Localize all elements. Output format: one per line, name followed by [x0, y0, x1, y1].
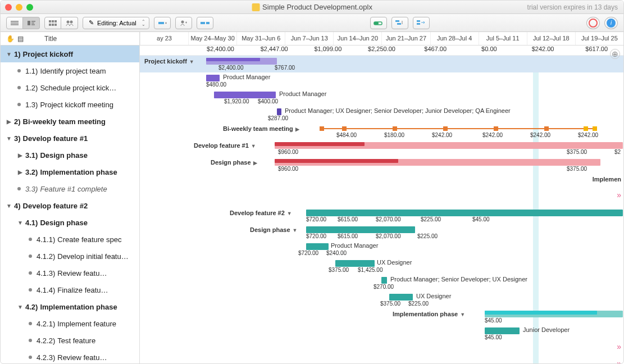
outline-row[interactable]: ▼4.1)Design phase [1, 214, 139, 231]
gantt-row-test[interactable]: » [140, 342, 623, 359]
gantt-cost-header: $2,400.00$2,447.00$1,099.00$2,250.00$467… [140, 46, 623, 56]
minimize-icon[interactable] [16, 4, 22, 11]
gantt-row-feat2-design[interactable]: Design phase▼ $720.00 $615.00 $2,070.00 … [140, 224, 623, 241]
reschedule-button[interactable] [391, 17, 408, 29]
add-resource-button[interactable] [175, 17, 192, 29]
gantt-row-initial[interactable]: UX Designer $375.00 $1,425.00 [140, 258, 623, 275]
gantt-row-spec[interactable]: Product Manager $720.00 $240.00 [140, 241, 623, 258]
disclosure-triangle-icon[interactable]: ▶ [17, 152, 23, 158]
gantt-row-implement[interactable]: Junior Developer $45.00 [140, 325, 623, 342]
note-icon[interactable]: ▤ [17, 35, 25, 43]
gantt-row-kickoff[interactable]: Project kickoff▼ $2,400.00 $767.00 [140, 56, 623, 72]
catch-up-button[interactable] [370, 17, 387, 29]
outline-row[interactable]: 4.1.3)Review featu… [1, 265, 139, 281]
disclosure-triangle-icon[interactable]: ▼ [6, 203, 12, 209]
gantt-row-meeting[interactable]: Product Manager; UX Designer; Senior Dev… [140, 106, 623, 123]
hand-icon[interactable]: ✋ [6, 35, 14, 43]
gantt-pane[interactable]: ay 23May 24–May 30May 31–Jun 6Jun 7–Jun … [140, 32, 623, 363]
outline-row[interactable]: ▼1)Project kickoff [1, 46, 139, 62]
outline-only-button[interactable] [6, 17, 23, 29]
cost-label: $375.00 [567, 149, 587, 155]
outline-row[interactable]: 4.2.1)Implement feature [1, 315, 139, 332]
outline-row[interactable]: ▼4)Develop feature #2 [1, 197, 139, 214]
role-label: UX Designer [416, 293, 451, 299]
bullet-icon [29, 238, 32, 241]
task-bar[interactable] [389, 294, 413, 301]
zoom-icon[interactable]: ⊕ [610, 49, 620, 59]
outline-row[interactable]: 4.2.2)Test feature [1, 332, 139, 349]
gantt-row-feat1-impl[interactable]: Implemen [140, 174, 623, 190]
resource-view-button[interactable] [61, 17, 78, 29]
outline-row[interactable]: ▶2)Bi-weekly team meeting [1, 113, 139, 130]
gantt-row-feat1-complete[interactable]: » [140, 190, 623, 207]
task-view-button[interactable] [44, 17, 61, 29]
task-bar[interactable] [306, 243, 329, 250]
close-icon[interactable] [5, 4, 12, 11]
outline-gantt-button[interactable] [23, 17, 40, 29]
task-bar[interactable] [485, 327, 520, 334]
outline-row[interactable]: 3.3)Feature #1 complete [1, 180, 139, 197]
gantt-row-feat1[interactable]: Develop feature #1▼ $960.00 $375.00 $2 [140, 140, 623, 157]
zoom-icon[interactable] [26, 4, 33, 11]
milestone-marker[interactable] [443, 126, 448, 131]
row-number: 4.1.1) [37, 235, 55, 244]
milestone-marker[interactable] [593, 126, 597, 131]
outline-row[interactable]: 4.2.3)Review featu… [1, 349, 139, 363]
record-button[interactable] [586, 17, 600, 29]
milestone-marker[interactable] [584, 126, 588, 131]
outline-row[interactable]: ▶3.1)Design phase [1, 147, 139, 163]
disclosure-triangle-icon[interactable]: ▼ [6, 51, 12, 57]
gantt-row-finalize[interactable]: UX Designer $375.00 $225.00 [140, 292, 623, 308]
milestone-marker[interactable] [494, 126, 498, 131]
disclosure-triangle-icon[interactable]: ▼ [6, 135, 12, 142]
outline-row[interactable]: 1.3)Project kickoff meeting [1, 96, 139, 113]
task-bar[interactable] [214, 92, 276, 98]
level-button[interactable] [413, 17, 430, 29]
info-button[interactable]: i [604, 17, 618, 29]
gantt-row-feat2[interactable]: Develop feature #2▼ $720.00 $615.00 $2,0… [140, 207, 623, 224]
disclosure-triangle-icon[interactable]: ▼ [17, 220, 23, 226]
editing-mode-select[interactable]: ✎Editing: Actual [83, 17, 149, 29]
gantt-row-identify[interactable]: Product Manager $480.00 [140, 72, 623, 89]
row-label: Implementation phase [40, 303, 117, 311]
gantt-row-feat1-design[interactable]: Design phase▶ $960.00 $375.00 [140, 157, 623, 174]
task-bar[interactable] [306, 210, 623, 216]
offscreen-right-icon[interactable]: » [617, 342, 621, 351]
disclosure-triangle-icon[interactable]: ▶ [17, 169, 23, 175]
gantt-row-review[interactable]: Product Manager; Senior Developer; UX De… [140, 275, 623, 292]
outline-row[interactable]: ▼4.2)Implementation phase [1, 298, 139, 315]
row-label: Bi-weekly team meeting [23, 117, 106, 126]
cost-label: $960.00 [278, 166, 298, 172]
milestone-marker[interactable] [393, 126, 397, 131]
add-milestone-button[interactable] [197, 17, 213, 29]
task-bar[interactable] [306, 226, 415, 233]
disclosure-triangle-icon[interactable]: ▶ [6, 119, 12, 125]
task-bar[interactable] [335, 260, 375, 267]
gantt-row-review2[interactable]: » [140, 359, 623, 363]
gantt-row-feat2-impl[interactable]: Implementation phase▼ $45.00 [140, 308, 623, 325]
offscreen-right-icon[interactable]: » [617, 190, 621, 199]
outline-row[interactable]: 4.1.1)Create feature spec [1, 231, 139, 248]
outline-row[interactable]: 4.1.2)Develop initial featu… [1, 248, 139, 265]
task-bar[interactable] [206, 75, 220, 81]
gantt-row-schedule[interactable]: Product Manager $1,920.00 $400.00 [140, 89, 623, 106]
milestone-marker[interactable] [544, 126, 549, 131]
outline-row[interactable]: ▶3.2)Implementation phase [1, 163, 139, 180]
disclosure-triangle-icon[interactable]: ▼ [17, 304, 23, 310]
row-label: Identify project team [40, 67, 106, 75]
outline-column-title: Title [44, 35, 57, 43]
milestone-marker[interactable] [342, 126, 347, 131]
milestone-marker[interactable] [320, 126, 324, 131]
cost-label: $960.00 [278, 149, 298, 155]
offscreen-right-icon[interactable]: » [617, 359, 621, 363]
task-bar[interactable] [381, 277, 387, 284]
add-task-button[interactable] [154, 17, 171, 29]
task-bar[interactable] [277, 108, 281, 115]
gantt-row-biweekly[interactable]: Bi-weekly team meeting▶ $484.00 $180.00 … [140, 123, 623, 140]
outline-row[interactable]: 1.2)Schedule project kick… [1, 79, 139, 96]
task-progress-bar [206, 58, 260, 61]
cost-label: $720.00 [298, 250, 318, 256]
outline-row[interactable]: 1.1)Identify project team [1, 62, 139, 79]
outline-row[interactable]: ▼3)Develop feature #1 [1, 130, 139, 147]
outline-row[interactable]: 4.1.4)Finalize featu… [1, 281, 139, 298]
